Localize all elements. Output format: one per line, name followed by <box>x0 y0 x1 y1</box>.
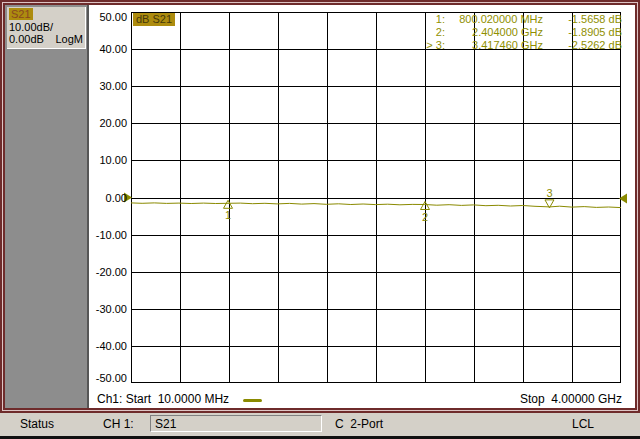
s21-plot: 123 <box>131 12 621 383</box>
measurement-field: S21 <box>150 415 322 432</box>
y-axis-tick-label: 0.00 <box>106 192 127 204</box>
sidebar: S21 10.00dB/ 0.00dB LogM <box>5 5 89 408</box>
calibration-status-label: C 2-Port <box>335 417 383 431</box>
y-axis-tick-label: 10.00 <box>99 154 127 166</box>
channel-label: CH 1: <box>103 417 134 431</box>
marker-number-label: 2 <box>422 211 428 223</box>
marker-number-label: 3 <box>546 187 552 199</box>
y-axis-tick-label: 40.00 <box>99 43 127 55</box>
stop-frequency-label: Stop 4.00000 GHz <box>520 392 622 406</box>
vna-analyzer-window: S21 10.00dB/ 0.00dB LogM 50.0040.0030.00… <box>0 0 640 439</box>
trace-color-dash <box>243 399 262 402</box>
y-axis-tick-label: -30.00 <box>96 303 127 315</box>
status-bar: Status CH 1: S21 C 2-Port LCL <box>0 413 640 436</box>
y-axis-tick-label: -20.00 <box>96 266 127 278</box>
marker-readout-row: > 3:3.417460 GHz-2.5262 dB <box>405 39 622 52</box>
frequency-scale-bar: Ch1: Start 10.0000 MHz Stop 4.00000 GHz <box>0 391 640 408</box>
marker-readout-cell: -2.5262 dB <box>543 39 622 52</box>
trace-label-chip[interactable]: S21 <box>9 8 33 20</box>
marker-readout-row: 2:2.404000 GHz-1.8905 dB <box>405 26 622 39</box>
marker-symbol <box>224 200 233 208</box>
scale-per-div-label: 10.00dB/ <box>9 21 53 33</box>
y-axis-tick-label: -50.00 <box>96 372 127 384</box>
trace-title-chip: dB S21 <box>133 13 175 26</box>
marker-readout-cell: 3.417460 GHz <box>445 39 543 52</box>
start-frequency-label: Ch1: Start 10.0000 MHz <box>97 392 229 406</box>
y-axis-tick-label: 50.00 <box>99 11 127 23</box>
trace-info-box: S21 10.00dB/ 0.00dB LogM <box>7 7 86 49</box>
status-label: Status <box>20 417 54 431</box>
marker-readout-row: 1:800.020000 MHz-1.5658 dB <box>405 13 622 26</box>
marker-readout-cell: 2.404000 GHz <box>445 26 543 39</box>
marker-readout-table: 1:800.020000 MHz-1.5658 dB2:2.404000 GHz… <box>405 13 622 52</box>
marker-readout-cell: 800.020000 MHz <box>445 13 543 26</box>
marker-readout-cell: -1.5658 dB <box>543 13 622 26</box>
marker-readout-cell: 2: <box>405 26 445 39</box>
reference-level-label: 0.00dB <box>9 33 44 45</box>
y-axis-tick-label: 20.00 <box>99 117 127 129</box>
marker-readout-cell: 1: <box>405 13 445 26</box>
y-axis-tick-label: -40.00 <box>96 340 127 352</box>
display-format-label: LogM <box>55 33 83 45</box>
marker-readout-cell: -1.8905 dB <box>543 26 622 39</box>
y-axis-tick-label: -10.00 <box>96 229 127 241</box>
plot-area: 123 <box>131 12 621 383</box>
local-mode-label: LCL <box>572 417 594 431</box>
marker-readout-cell: > 3: <box>405 39 445 52</box>
y-axis-tick-label: 30.00 <box>99 80 127 92</box>
y-axis-labels: 50.0040.0030.0020.0010.000.00-10.00-20.0… <box>90 0 128 413</box>
marker-number-label: 1 <box>225 209 231 221</box>
